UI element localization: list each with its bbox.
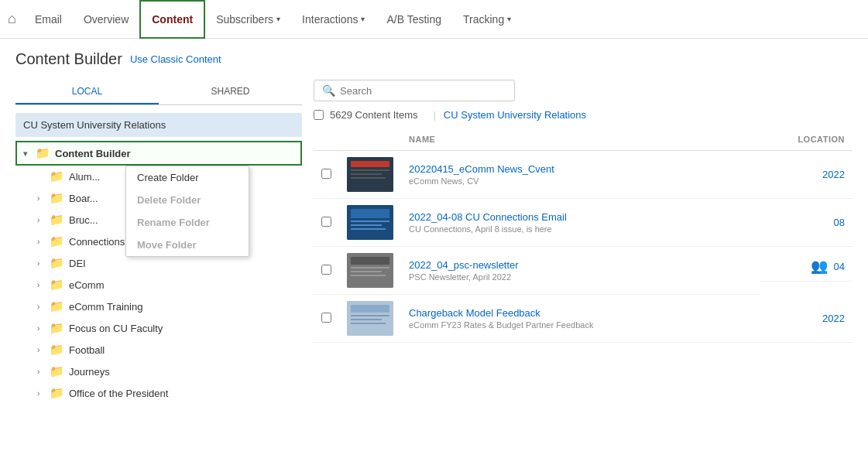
- tab-local[interactable]: LOCAL: [15, 80, 159, 104]
- svg-rect-14: [351, 275, 386, 276]
- nav-subscribers[interactable]: Subscribers ▾: [205, 0, 291, 39]
- tree-item-content-builder[interactable]: ▾ 📁 Content Builder Create Folder Delete…: [15, 141, 302, 166]
- tree-item-office-president[interactable]: › 📁 Office of the President: [15, 382, 302, 404]
- search-input[interactable]: [340, 85, 506, 97]
- nav-tracking[interactable]: Tracking ▾: [452, 0, 522, 39]
- page-content: Content Builder Use Classic Content LOCA…: [0, 39, 868, 415]
- tree-item-label: eComm Training: [69, 301, 142, 313]
- tree-item-label: Office of the President: [69, 388, 168, 399]
- right-panel: 🔍 5629 Content Items | CU System Univers…: [314, 80, 853, 404]
- nav-overview[interactable]: Overview: [73, 0, 139, 39]
- chevron-right-icon: ›: [37, 324, 46, 333]
- folder-icon: 📁: [50, 234, 64, 248]
- item-description: CU Connections, April 8 issue, is here: [409, 224, 752, 234]
- svg-rect-19: [351, 323, 386, 324]
- tree-item-label: Journeys: [69, 366, 110, 378]
- folder-icon: 📁: [50, 299, 64, 313]
- tree-item-focus-cu[interactable]: › 📁 Focus on CU Faculty: [15, 317, 302, 339]
- table-row: Chargeback Model Feedback eComm FY23 Rat…: [314, 295, 853, 343]
- svg-rect-2: [351, 169, 389, 171]
- home-icon[interactable]: ⌂: [8, 11, 16, 27]
- item-location[interactable]: 08: [767, 217, 845, 228]
- item-name[interactable]: 2022_04-08 CU Connections Email: [409, 211, 752, 223]
- folder-icon: 📁: [50, 191, 64, 205]
- nav-interactions[interactable]: Interactions ▾: [291, 0, 376, 39]
- chevron-right-icon: ›: [37, 216, 46, 224]
- item-thumbnail: [347, 205, 393, 240]
- search-icon: 🔍: [322, 84, 335, 97]
- table-row: 2022_04_psc-newsletter PSC Newsletter, A…: [314, 247, 853, 295]
- tree-item-label: Content Builder: [55, 148, 131, 159]
- svg-rect-17: [351, 315, 389, 316]
- svg-rect-18: [351, 319, 382, 320]
- chevron-down-icon: ▾: [23, 149, 33, 158]
- item-location[interactable]: 04: [834, 261, 845, 272]
- content-table: NAME LOCATION: [314, 128, 853, 343]
- nav-email[interactable]: Email: [24, 0, 73, 39]
- row-checkbox[interactable]: [321, 313, 331, 323]
- item-thumbnail: [347, 301, 393, 336]
- location-name: CU System University Relations: [444, 109, 586, 121]
- chevron-right-icon: ›: [37, 238, 46, 246]
- item-description: eComm News, CV: [409, 176, 752, 186]
- folder-icon: 📁: [50, 278, 64, 292]
- item-location[interactable]: 2022: [767, 313, 845, 324]
- svg-rect-1: [351, 161, 389, 167]
- chevron-right-icon: ›: [37, 346, 46, 354]
- search-bar[interactable]: 🔍: [314, 80, 515, 101]
- tree-item-label: DEI: [69, 258, 86, 269]
- item-thumbnail: [347, 157, 393, 192]
- chevron-right-icon: ›: [37, 368, 46, 376]
- item-thumbnail: [347, 253, 393, 288]
- folder-icon: 📁: [50, 386, 64, 400]
- row-checkbox[interactable]: [321, 169, 331, 179]
- nav-content[interactable]: Content: [139, 0, 205, 39]
- col-checkbox: [314, 128, 339, 151]
- tab-shared[interactable]: SHARED: [159, 80, 302, 104]
- item-location[interactable]: 2022: [767, 169, 845, 180]
- svg-rect-4: [351, 177, 386, 179]
- tree-item-football[interactable]: › 📁 Football: [15, 339, 302, 361]
- svg-rect-3: [351, 173, 382, 175]
- svg-rect-16: [351, 305, 389, 313]
- content-info-bar: 5629 Content Items | CU System Universit…: [314, 109, 853, 121]
- classic-content-link[interactable]: Use Classic Content: [130, 53, 221, 65]
- tree-item-label: Football: [69, 344, 105, 356]
- item-description: PSC Newsletter, April 2022: [409, 272, 752, 282]
- item-name[interactable]: Chargeback Model Feedback: [409, 307, 752, 319]
- subscribers-caret: ▾: [276, 15, 280, 23]
- tree-item-ecomm-training[interactable]: › 📁 eComm Training: [15, 296, 302, 317]
- svg-rect-11: [351, 257, 389, 265]
- tree-item-label: Focus on CU Faculty: [69, 323, 163, 334]
- folder-icon: 📁: [50, 343, 64, 357]
- row-checkbox[interactable]: [321, 217, 331, 227]
- main-layout: LOCAL SHARED CU System University Relati…: [15, 80, 853, 404]
- item-name[interactable]: 2022_04_psc-newsletter: [409, 259, 752, 271]
- separator: |: [433, 109, 435, 121]
- left-panel: LOCAL SHARED CU System University Relati…: [15, 80, 302, 404]
- item-name[interactable]: 20220415_eComm News_Cvent: [409, 163, 752, 175]
- tree-item-label: Bruc...: [69, 214, 98, 226]
- row-checkbox[interactable]: [321, 265, 331, 275]
- select-all-checkbox[interactable]: [314, 110, 324, 120]
- chevron-right-icon: ›: [37, 259, 46, 268]
- tree-item-journeys[interactable]: › 📁 Journeys: [15, 361, 302, 382]
- item-description: eComm FY23 Rates & Budget Partner Feedba…: [409, 320, 752, 330]
- chevron-right-icon: ›: [37, 303, 46, 311]
- folder-icon: 📁: [36, 146, 50, 160]
- svg-rect-7: [351, 221, 389, 222]
- folder-icon: 📁: [50, 213, 64, 227]
- tracking-caret: ▾: [507, 15, 511, 23]
- svg-rect-6: [351, 209, 389, 218]
- nav-ab-testing[interactable]: A/B Testing: [376, 0, 452, 39]
- col-name-header: NAME: [401, 128, 760, 151]
- col-thumb: [339, 128, 401, 151]
- svg-rect-13: [351, 271, 382, 272]
- tree-item-label: Boar...: [69, 193, 98, 204]
- context-menu-create-folder[interactable]: Create Folder: [126, 166, 249, 189]
- interactions-caret: ▾: [361, 15, 365, 23]
- content-count: 5629 Content Items: [330, 109, 417, 121]
- page-header: Content Builder Use Classic Content: [15, 50, 853, 68]
- tree-item-ecomm[interactable]: › 📁 eComm: [15, 274, 302, 296]
- folder-icon: 📁: [50, 169, 64, 183]
